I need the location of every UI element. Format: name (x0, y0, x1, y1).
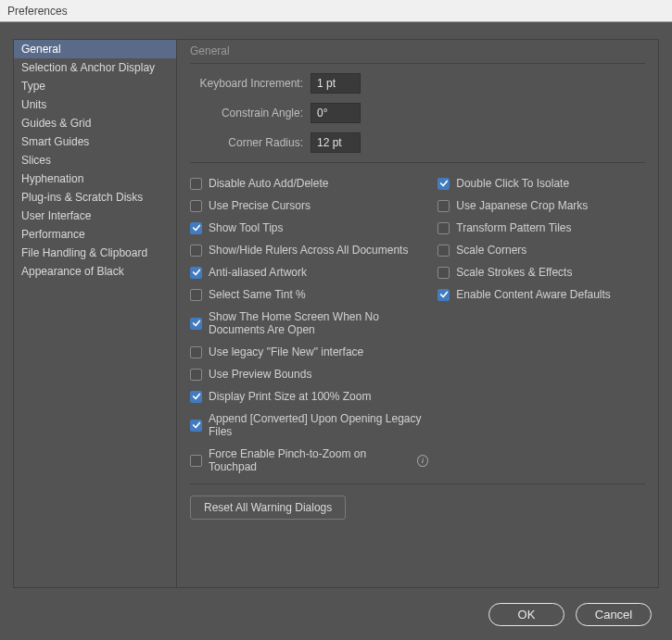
checkbox-label: Select Same Tint % (209, 288, 306, 301)
checkbox-label: Transform Pattern Tiles (456, 221, 571, 234)
sidebar-item[interactable]: File Handling & Clipboard (14, 244, 176, 262)
content-area: GeneralSelection & Anchor DisplayTypeUni… (0, 22, 672, 588)
checkbox[interactable] (437, 245, 450, 257)
sidebar-item[interactable]: Guides & Grid (14, 114, 176, 132)
checkbox-label: Use legacy "File New" interface (209, 345, 363, 358)
checkbox[interactable] (437, 222, 450, 234)
checkbox[interactable] (190, 245, 202, 257)
checkbox[interactable] (190, 346, 202, 358)
checkbox-label: Force Enable Pinch-to-Zoom on Touchpad (209, 447, 407, 473)
checkbox-grid: Disable Auto Add/DeleteUse Precise Curso… (190, 172, 645, 478)
sidebar-item[interactable]: Performance (14, 225, 176, 244)
checkbox-label: Anti-aliased Artwork (209, 266, 307, 279)
sidebar-item[interactable]: Appearance of Black (14, 262, 176, 281)
checkbox-label: Use Preview Bounds (209, 368, 311, 381)
sidebar-item[interactable]: Units (14, 95, 176, 114)
sidebar-item[interactable]: User Interface (14, 207, 176, 225)
checkbox-column-right: Double Click To IsolateUse Japanese Crop… (437, 172, 645, 478)
ok-button[interactable]: OK (488, 603, 564, 626)
panel-title: General (190, 40, 645, 63)
divider (190, 63, 645, 64)
checkbox-row: Display Print Size at 100% Zoom (190, 385, 428, 408)
keyboard-increment-input[interactable] (311, 73, 361, 94)
checkbox-row: Scale Corners (437, 239, 645, 261)
field-keyboard-increment: Keyboard Increment: (190, 73, 645, 94)
checkbox-label: Show/Hide Rulers Across All Documents (209, 244, 408, 257)
checkbox-row: Use Precise Cursors (190, 195, 428, 217)
checkbox[interactable] (190, 267, 202, 279)
checkbox-row: Scale Strokes & Effects (437, 261, 645, 283)
title-bar: Preferences (0, 0, 672, 22)
field-label: Constrain Angle: (190, 107, 311, 119)
field-label: Keyboard Increment: (190, 77, 311, 90)
checkbox-label: Disable Auto Add/Delete (209, 177, 328, 190)
checkbox-label: Double Click To Isolate (456, 177, 569, 190)
field-constrain-angle: Constrain Angle: (190, 103, 645, 123)
checkbox-label: Show The Home Screen When No Documents A… (209, 310, 428, 336)
checkbox[interactable] (190, 318, 202, 330)
checkbox-label: Use Japanese Crop Marks (456, 199, 588, 212)
cancel-button[interactable]: Cancel (576, 603, 652, 626)
checkbox-row: Enable Content Aware Defaults (437, 283, 645, 306)
checkbox-row: Force Enable Pinch-to-Zoom on Touchpadi (190, 443, 428, 478)
checkbox-row: Use Japanese Crop Marks (437, 195, 645, 217)
checkbox[interactable] (190, 420, 202, 432)
checkbox-row: Show/Hide Rulers Across All Documents (190, 239, 428, 261)
divider (190, 483, 645, 484)
checkbox[interactable] (190, 289, 202, 301)
sidebar-item[interactable]: Slices (14, 151, 176, 169)
checkbox[interactable] (190, 200, 202, 212)
checkbox[interactable] (437, 289, 450, 301)
checkbox-row: Show The Home Screen When No Documents A… (190, 306, 428, 341)
divider (190, 162, 645, 163)
sidebar: GeneralSelection & Anchor DisplayTypeUni… (13, 39, 176, 588)
checkbox-row: Double Click To Isolate (437, 172, 645, 195)
sidebar-item[interactable]: Selection & Anchor Display (14, 58, 176, 77)
checkbox-label: Scale Corners (456, 244, 526, 257)
reset-warnings-button[interactable]: Reset All Warning Dialogs (190, 496, 346, 520)
checkbox-label: Append [Converted] Upon Opening Legacy F… (209, 412, 428, 438)
checkbox[interactable] (190, 369, 202, 381)
checkbox[interactable] (437, 178, 450, 190)
checkbox-label: Display Print Size at 100% Zoom (209, 390, 371, 403)
checkbox-column-left: Disable Auto Add/DeleteUse Precise Curso… (190, 172, 428, 478)
checkbox-row: Transform Pattern Tiles (437, 217, 645, 239)
checkbox-row: Use Preview Bounds (190, 363, 428, 385)
checkbox-row: Use legacy "File New" interface (190, 341, 428, 363)
footer: OK Cancel (0, 588, 672, 640)
checkbox[interactable] (190, 455, 202, 467)
checkbox-label: Show Tool Tips (209, 221, 284, 234)
checkbox-label: Scale Strokes & Effects (456, 266, 572, 279)
main-panel: General Keyboard Increment: Constrain An… (176, 39, 659, 588)
sidebar-item[interactable]: Smart Guides (14, 132, 176, 151)
checkbox-label: Enable Content Aware Defaults (456, 288, 611, 301)
constrain-angle-input[interactable] (311, 103, 361, 123)
window-title: Preferences (7, 5, 68, 18)
checkbox-row: Show Tool Tips (190, 217, 428, 239)
corner-radius-input[interactable] (311, 132, 361, 153)
sidebar-item[interactable]: Hyphenation (14, 169, 176, 188)
checkbox[interactable] (437, 200, 450, 212)
info-icon[interactable]: i (417, 455, 428, 467)
sidebar-item[interactable]: Plug-ins & Scratch Disks (14, 188, 176, 207)
field-label: Corner Radius: (190, 136, 311, 149)
sidebar-item[interactable]: General (14, 40, 176, 58)
checkbox[interactable] (190, 178, 202, 190)
checkbox-label: Use Precise Cursors (209, 199, 311, 212)
field-corner-radius: Corner Radius: (190, 132, 645, 153)
checkbox[interactable] (190, 391, 202, 403)
checkbox-row: Select Same Tint % (190, 283, 428, 306)
checkbox-row: Append [Converted] Upon Opening Legacy F… (190, 408, 428, 443)
checkbox[interactable] (437, 267, 450, 279)
sidebar-item[interactable]: Type (14, 77, 176, 95)
checkbox[interactable] (190, 222, 202, 234)
checkbox-row: Anti-aliased Artwork (190, 261, 428, 283)
checkbox-row: Disable Auto Add/Delete (190, 172, 428, 195)
